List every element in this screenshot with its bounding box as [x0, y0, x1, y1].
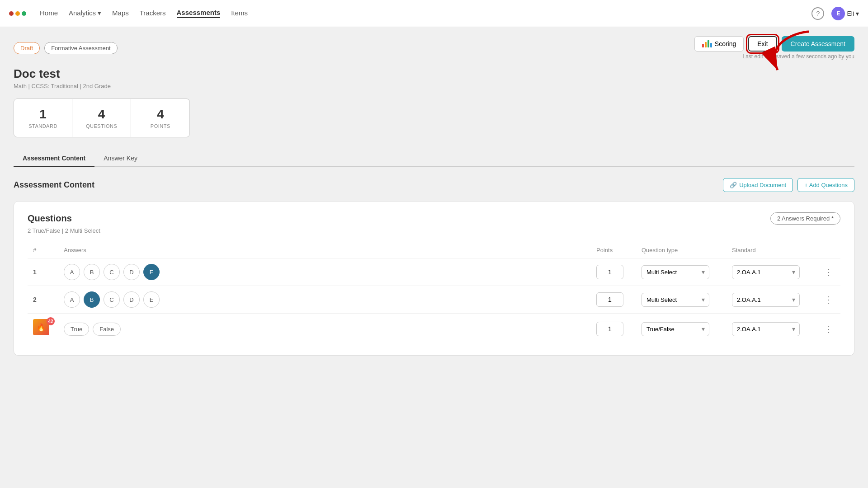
- standard-label: STANDARD: [28, 123, 58, 129]
- answer-true[interactable]: True: [64, 323, 89, 336]
- points-label: POINTS: [145, 123, 176, 129]
- standard-select-row3-wrap: 2.OA.A.1: [732, 322, 800, 336]
- nav-maps[interactable]: Maps: [112, 9, 129, 18]
- logo: [9, 11, 26, 16]
- points-input-row3[interactable]: [596, 322, 623, 336]
- stat-questions: 4 QUESTIONS: [72, 99, 131, 137]
- questions-card: Questions 2 Answers Required * 2 True/Fa…: [14, 201, 854, 356]
- table-row: 1 A B C D E: [28, 258, 840, 286]
- answer-circle-C[interactable]: C: [104, 291, 120, 308]
- row3-num: 🔥 42: [28, 314, 58, 345]
- section-title: Assessment Content: [14, 180, 94, 190]
- navbar: Home Analytics ▾ Maps Trackers Assessmen…: [0, 0, 868, 27]
- scoring-button[interactable]: Scoring: [694, 36, 744, 52]
- row1-answers: A B C D E: [58, 258, 591, 286]
- question-type-select-row2-wrap: Multi Select True/False: [642, 293, 709, 307]
- question-type-select-row1[interactable]: Multi Select True/False Multiple Choice: [642, 265, 709, 279]
- answers-required-badge: 2 Answers Required *: [770, 212, 840, 225]
- questions-header: Questions 2 Answers Required *: [28, 212, 840, 225]
- col-points: Points: [591, 242, 636, 258]
- nav-items[interactable]: Items: [231, 9, 248, 18]
- col-standard: Standard: [726, 242, 817, 258]
- top-bar: Draft Formative Assessment: [14, 36, 854, 60]
- row2-points: [591, 286, 636, 314]
- answer-circle-A[interactable]: A: [64, 291, 80, 308]
- answer-circle-D[interactable]: D: [123, 291, 140, 308]
- row3-standard: 2.OA.A.1: [726, 314, 817, 345]
- row3-answers: True False: [58, 314, 591, 345]
- more-menu-row3[interactable]: ⋮: [822, 324, 835, 334]
- standard-select-row1[interactable]: 2.OA.A.1: [732, 265, 800, 279]
- questions-count: 4: [86, 107, 117, 122]
- question-type-select-row1-wrap: Multi Select True/False Multiple Choice: [642, 265, 709, 279]
- col-answers: Answers: [58, 242, 591, 258]
- questions-title: Questions: [28, 213, 72, 224]
- user-name: Eli: [847, 10, 854, 17]
- page: Draft Formative Assessment: [0, 27, 868, 365]
- row2-more: ⋮: [817, 286, 840, 314]
- standard-select-row2[interactable]: 2.OA.A.1: [732, 293, 800, 307]
- nav-analytics[interactable]: Analytics ▾: [69, 9, 101, 18]
- row2-answers: A B C D E: [58, 286, 591, 314]
- row1-question-type: Multi Select True/False Multiple Choice: [636, 258, 726, 286]
- answer-false[interactable]: False: [93, 323, 121, 336]
- avatar: E: [831, 7, 845, 20]
- stat-standard: 1 STANDARD: [14, 99, 72, 137]
- add-questions-button[interactable]: + Add Questions: [797, 178, 854, 192]
- col-num: #: [28, 242, 58, 258]
- more-menu-row2[interactable]: ⋮: [822, 294, 835, 305]
- questions-table: # Answers Points Question type Standard …: [28, 242, 840, 344]
- user-chevron-icon: ▾: [856, 10, 859, 17]
- row3-points: [591, 314, 636, 345]
- standard-select-row3[interactable]: 2.OA.A.1: [732, 322, 800, 336]
- save-note: Last edit was saved a few seconds ago by…: [694, 53, 854, 60]
- nav-right: ? E Eli ▾: [811, 7, 859, 20]
- section-header: Assessment Content 🔗 Upload Document + A…: [14, 178, 854, 192]
- answer-circle-B[interactable]: B: [84, 264, 100, 280]
- row1-num: 1: [28, 258, 58, 286]
- answer-circle-E[interactable]: E: [143, 291, 160, 308]
- upload-document-button[interactable]: 🔗 Upload Document: [723, 178, 793, 192]
- help-button[interactable]: ?: [811, 7, 824, 20]
- answer-circle-D[interactable]: D: [123, 264, 140, 280]
- row2-question-type: Multi Select True/False: [636, 286, 726, 314]
- answers-required-text: 2 Answers Required *: [777, 215, 834, 222]
- points-input-row2[interactable]: [596, 292, 623, 307]
- row1-more: ⋮: [817, 258, 840, 286]
- row3-question-type: True/False Multi Select: [636, 314, 726, 345]
- doc-meta: Math | CCSS: Traditional | 2nd Grade: [14, 83, 854, 89]
- create-assessment-button[interactable]: Create Assessment: [782, 36, 854, 52]
- answer-circle-E[interactable]: E: [143, 264, 160, 280]
- tab-assessment-content[interactable]: Assessment Content: [14, 150, 94, 167]
- nav-home[interactable]: Home: [40, 9, 58, 18]
- upload-icon: 🔗: [730, 182, 737, 188]
- stats-row: 1 STANDARD 4 QUESTIONS 4 POINTS: [14, 99, 854, 137]
- questions-label: QUESTIONS: [86, 123, 117, 129]
- answer-circle-A[interactable]: A: [64, 264, 80, 280]
- row1-standard: 2.OA.A.1: [726, 258, 817, 286]
- streak-container: 🔥 42: [33, 319, 53, 339]
- type-badge: Formative Assessment: [44, 42, 118, 54]
- row3-more: ⋮: [817, 314, 840, 345]
- nav-trackers[interactable]: Trackers: [140, 9, 166, 18]
- scoring-icon: [702, 40, 712, 47]
- answer-circle-C[interactable]: C: [104, 264, 120, 280]
- user-menu[interactable]: E Eli ▾: [831, 7, 859, 20]
- chevron-down-icon: ▾: [98, 9, 101, 17]
- exit-button[interactable]: Exit: [748, 36, 777, 52]
- points-input-row1[interactable]: [596, 265, 623, 279]
- table-row: 🔥 42 True False: [28, 314, 840, 345]
- tabs: Assessment Content Answer Key: [14, 150, 854, 167]
- nav-assessments[interactable]: Assessments: [177, 9, 221, 18]
- draft-badge: Draft: [14, 42, 40, 54]
- section-actions: 🔗 Upload Document + Add Questions: [723, 178, 854, 192]
- row2-num: 2: [28, 286, 58, 314]
- answer-circle-B[interactable]: B: [84, 291, 100, 308]
- more-menu-row1[interactable]: ⋮: [822, 267, 835, 277]
- logo-dot-green: [22, 11, 26, 16]
- row2-standard: 2.OA.A.1: [726, 286, 817, 314]
- tab-answer-key[interactable]: Answer Key: [94, 150, 146, 167]
- question-type-select-row2[interactable]: Multi Select True/False: [642, 293, 709, 307]
- standard-select-row1-wrap: 2.OA.A.1: [732, 265, 800, 279]
- question-type-select-row3[interactable]: True/False Multi Select: [642, 322, 709, 336]
